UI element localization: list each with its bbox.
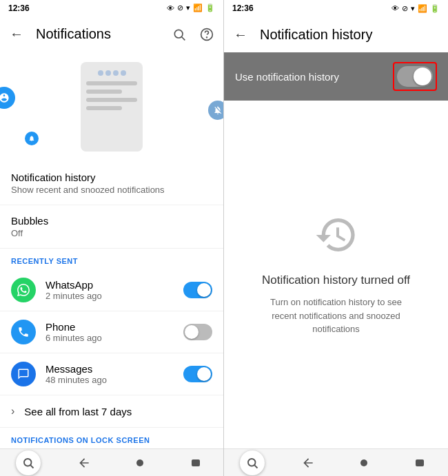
block-icon: ⊘ (177, 3, 183, 12)
recently-sent-header: RECENTLY SENT (0, 249, 223, 269)
phone-illustration (81, 62, 143, 152)
left-top-bar-icons (168, 23, 218, 45)
right-nav-recents[interactable] (407, 455, 432, 471)
notification-history-subtitle: Show recent and snoozed notifications (11, 185, 212, 195)
use-notification-history-bar: Use notification history (224, 52, 448, 101)
right-status-icons: 👁 ⊘ ▾ 📶 🔋 (391, 4, 440, 13)
phone-line-2 (86, 90, 122, 94)
right-nav-back[interactable] (296, 455, 320, 471)
phone-item[interactable]: Phone 6 minutes ago (0, 311, 223, 353)
history-icon (314, 213, 358, 265)
phone-time: 6 minutes ago (45, 333, 183, 343)
messages-item[interactable]: Messages 48 minutes ago (0, 353, 223, 395)
left-back-button[interactable]: ← (6, 23, 28, 45)
right-signal-icon: 📶 (418, 4, 427, 13)
notification-icon-circle (25, 132, 39, 145)
notification-history-item[interactable]: Notification history Show recent and sno… (0, 162, 223, 205)
whatsapp-info: WhatsApp 2 minutes ago (45, 279, 183, 301)
battery-icon: 🔋 (205, 3, 215, 12)
messages-time: 48 minutes ago (45, 375, 183, 385)
messages-icon (11, 362, 36, 386)
right-status-bar: 12:36 👁 ⊘ ▾ 📶 🔋 (224, 0, 448, 17)
right-page-title: Notification history (260, 27, 442, 43)
svg-point-6 (248, 459, 256, 466)
toggle-highlight-border (393, 62, 437, 91)
left-bottom-nav (0, 448, 223, 476)
notification-history-title: Notification history (11, 172, 212, 183)
svg-point-4 (24, 459, 32, 466)
bubbles-title: Bubbles (11, 215, 212, 227)
whatsapp-item[interactable]: WhatsApp 2 minutes ago (0, 269, 223, 311)
phone-line-4 (86, 106, 122, 110)
eye-icon: 👁 (167, 4, 174, 12)
right-top-bar: ← Notification history (224, 17, 448, 52)
chevron-right-icon: › (11, 405, 14, 417)
left-nav-home[interactable] (128, 455, 152, 471)
phone-dots (98, 70, 126, 76)
svg-line-1 (182, 37, 185, 41)
settings-icon-circle (0, 87, 15, 109)
bubbles-subtitle: Off (11, 228, 212, 238)
see-all-text: See all from last 7 days (24, 406, 132, 417)
notification-history-toggle-knob (414, 68, 431, 85)
empty-title: Notification history turned off (262, 273, 410, 287)
bubbles-item[interactable]: Bubbles Off (0, 205, 223, 249)
messages-toggle-knob (197, 367, 211, 381)
phone-icon (11, 320, 36, 344)
left-status-icons: 👁 ⊘ ▾ 📶 🔋 (167, 3, 215, 12)
illustration-area (0, 52, 223, 162)
empty-subtitle: Turn on notification history to see rece… (261, 296, 412, 336)
left-nav-back[interactable] (72, 455, 96, 471)
empty-state: Notification history turned off Turn on … (224, 101, 448, 448)
whatsapp-toggle[interactable] (183, 282, 212, 298)
right-bottom-nav (224, 448, 448, 476)
whatsapp-time: 2 minutes ago (45, 291, 183, 301)
whatsapp-name: WhatsApp (45, 279, 183, 291)
right-nav-home[interactable] (352, 455, 376, 471)
left-top-bar: ← Notifications (0, 17, 223, 52)
notification-history-toggle[interactable] (397, 66, 433, 87)
phone-toggle-knob (185, 325, 198, 339)
right-battery-icon: 🔋 (430, 4, 440, 13)
left-search-fab[interactable] (16, 451, 41, 475)
svg-point-3 (207, 37, 207, 38)
messages-name: Messages (45, 363, 183, 375)
svg-line-7 (254, 465, 257, 468)
phone-name: Phone (45, 321, 183, 333)
right-eye-icon: 👁 (391, 4, 399, 12)
left-status-bar: 12:36 👁 ⊘ ▾ 📶 🔋 (0, 0, 223, 17)
lock-screen-header: NOTIFICATIONS ON LOCK SCREEN (0, 428, 223, 448)
phone-toggle[interactable] (183, 324, 212, 340)
left-status-time: 12:36 (8, 3, 30, 13)
see-all-item[interactable]: › See all from last 7 days (0, 395, 223, 428)
right-search-fab[interactable] (240, 451, 265, 475)
whatsapp-toggle-knob (197, 283, 211, 297)
notification-off-icon-circle (208, 101, 224, 120)
svg-point-0 (174, 30, 183, 38)
phone-line-3 (86, 98, 137, 102)
svg-line-5 (30, 465, 33, 468)
messages-info: Messages 48 minutes ago (45, 363, 183, 385)
help-button[interactable] (196, 23, 218, 45)
right-back-button[interactable]: ← (230, 23, 252, 45)
wifi-icon: ▾ (186, 3, 190, 12)
search-button[interactable] (168, 23, 190, 45)
right-wifi-icon: ▾ (411, 4, 415, 13)
whatsapp-icon (11, 278, 36, 302)
left-page-title: Notifications (36, 26, 160, 42)
phone-info: Phone 6 minutes ago (45, 321, 183, 343)
right-status-time: 12:36 (232, 3, 254, 13)
left-panel: 12:36 👁 ⊘ ▾ 📶 🔋 ← Notifications (0, 0, 224, 476)
right-block-icon: ⊘ (402, 4, 408, 13)
right-panel: 12:36 👁 ⊘ ▾ 📶 🔋 ← Notification history U… (224, 0, 448, 476)
left-nav-recents[interactable] (183, 455, 208, 471)
signal-icon: 📶 (193, 3, 203, 12)
messages-toggle[interactable] (183, 366, 212, 382)
phone-line-1 (86, 81, 137, 85)
toggle-bar-label: Use notification history (235, 71, 339, 83)
